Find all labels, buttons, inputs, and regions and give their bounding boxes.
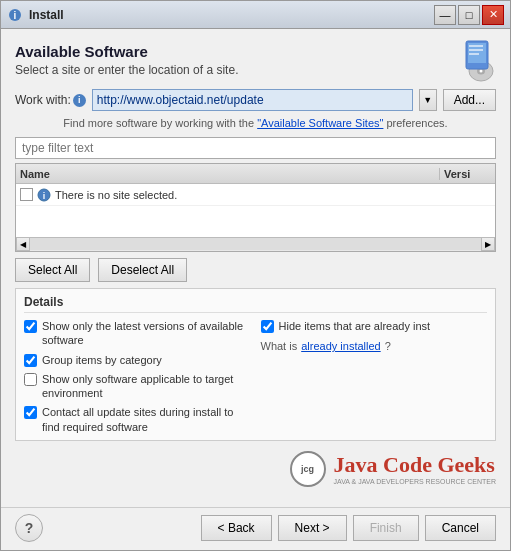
table-row[interactable]: i There is no site selected. — [16, 184, 495, 206]
what-is-label: What is — [261, 340, 298, 352]
brand-name: Java Code Geeks — [334, 452, 496, 478]
software-table: Name Versi i There is no site selected. … — [15, 163, 496, 252]
checkbox-target-environment[interactable] — [24, 373, 37, 386]
main-content: Available Software Select a site or ente… — [1, 29, 510, 507]
window-icon: i — [7, 7, 23, 23]
page-subtitle: Select a site or enter the location of a… — [15, 63, 436, 77]
add-button[interactable]: Add... — [443, 89, 496, 111]
select-all-button[interactable]: Select All — [15, 258, 90, 282]
jcg-circle-logo: jcg — [290, 451, 326, 487]
filter-input[interactable] — [15, 137, 496, 159]
table-body: i There is no site selected. — [16, 184, 495, 237]
scroll-track[interactable] — [30, 238, 481, 250]
software-sites-suffix: preferences. — [386, 117, 447, 129]
already-installed-row: What is already installed ? — [261, 340, 488, 352]
checkbox-group-by-category[interactable] — [24, 354, 37, 367]
svg-rect-7 — [469, 45, 483, 47]
scroll-right-button[interactable]: ▶ — [481, 237, 495, 251]
checkbox-label-2: Hide items that are already inst — [279, 319, 431, 333]
cancel-button[interactable]: Cancel — [425, 515, 496, 541]
work-with-label: Work with: i — [15, 93, 86, 107]
scroll-left-button[interactable]: ◀ — [16, 237, 30, 251]
already-installed-link[interactable]: already installed — [301, 340, 381, 352]
checkbox-row-3: Group items by category — [24, 353, 251, 367]
work-with-row: Work with: i ▼ Add... — [15, 89, 496, 111]
maximize-button[interactable]: □ — [458, 5, 480, 25]
software-sites-row: Find more software by working with the "… — [15, 117, 496, 129]
checkbox-label-5: Contact all update sites during install … — [42, 405, 251, 434]
window-title: Install — [29, 8, 434, 22]
checkbox-row-1: Show only the latest versions of availab… — [24, 319, 251, 348]
url-input[interactable] — [92, 89, 413, 111]
svg-text:i: i — [43, 191, 46, 201]
logo-area: jcg Java Code Geeks JAVA & JAVA DEVELOPE… — [15, 447, 496, 491]
row-text: There is no site selected. — [55, 189, 491, 201]
checkboxes-grid: Show only the latest versions of availab… — [24, 319, 487, 434]
checkbox-contact-update-sites[interactable] — [24, 406, 37, 419]
minimize-button[interactable]: ― — [434, 5, 456, 25]
svg-point-4 — [480, 70, 483, 73]
software-sites-text: Find more software by working with the — [63, 117, 257, 129]
svg-rect-8 — [469, 49, 483, 51]
back-button[interactable]: < Back — [201, 515, 272, 541]
help-button[interactable]: ? — [15, 514, 43, 542]
table-col-name: Name — [16, 168, 440, 180]
svg-text:i: i — [14, 10, 17, 21]
table-header: Name Versi — [16, 164, 495, 184]
header-area: Available Software Select a site or ente… — [15, 43, 496, 89]
checkbox-label-3: Group items by category — [42, 353, 162, 367]
row-info-icon: i — [37, 188, 51, 202]
row-checkbox[interactable] — [20, 188, 33, 201]
checkbox-row-5: Contact all update sites during install … — [24, 405, 251, 434]
page-title: Available Software — [15, 43, 436, 60]
jcg-circle-text: jcg — [301, 464, 314, 474]
svg-rect-9 — [469, 53, 479, 55]
header-text: Available Software Select a site or ente… — [15, 43, 436, 89]
window-controls: ― □ ✕ — [434, 5, 504, 25]
title-bar: i Install ― □ ✕ — [1, 1, 510, 29]
cd-icon — [446, 33, 496, 83]
checkbox-latest-versions[interactable] — [24, 320, 37, 333]
select-deselect-row: Select All Deselect All — [15, 258, 496, 282]
info-icon: i — [73, 94, 86, 107]
already-installed-suffix: ? — [385, 340, 391, 352]
close-button[interactable]: ✕ — [482, 5, 504, 25]
jcg-tagline: JAVA & JAVA DEVELOPERS RESOURCE CENTER — [334, 478, 496, 486]
details-section: Details Show only the latest versions of… — [15, 288, 496, 441]
finish-button[interactable]: Finish — [353, 515, 419, 541]
details-title: Details — [24, 295, 487, 313]
url-dropdown-button[interactable]: ▼ — [419, 89, 437, 111]
deselect-all-button[interactable]: Deselect All — [98, 258, 187, 282]
next-button[interactable]: Next > — [278, 515, 347, 541]
install-window: i Install ― □ ✕ Available Software Selec… — [0, 0, 511, 551]
checkbox-row-2: Hide items that are already inst — [261, 319, 488, 333]
horizontal-scrollbar[interactable]: ◀ ▶ — [16, 237, 495, 251]
checkbox-hide-installed[interactable] — [261, 320, 274, 333]
footer: ? < Back Next > Finish Cancel — [1, 507, 510, 550]
checkbox-label-1: Show only the latest versions of availab… — [42, 319, 251, 348]
table-col-version: Versi — [440, 168, 495, 180]
checkbox-row-4: Show only software applicable to target … — [24, 372, 251, 401]
software-sites-link[interactable]: "Available Software Sites" — [257, 117, 383, 129]
checkbox-label-4: Show only software applicable to target … — [42, 372, 251, 401]
logo-container: jcg Java Code Geeks JAVA & JAVA DEVELOPE… — [290, 451, 496, 487]
